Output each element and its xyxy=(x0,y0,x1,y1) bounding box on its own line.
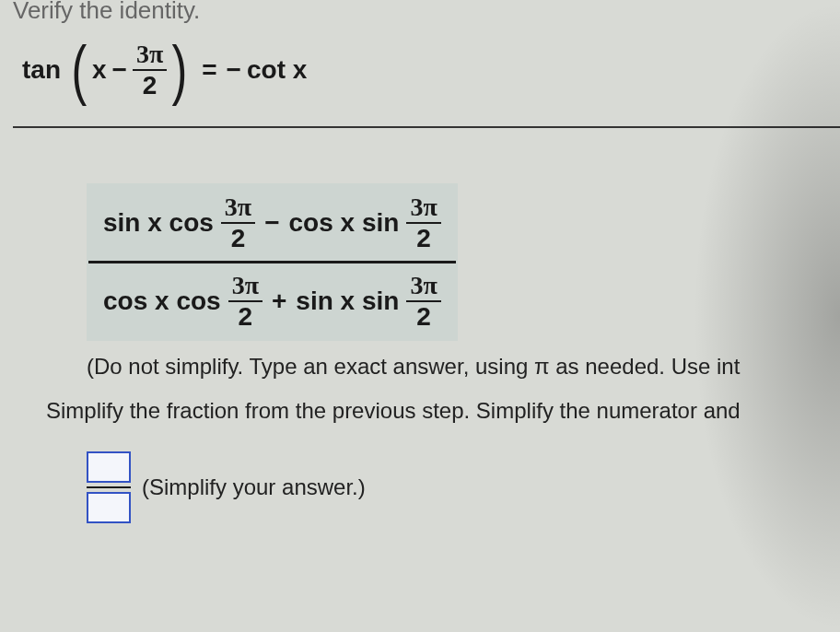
denominator-input[interactable] xyxy=(87,492,131,523)
divider xyxy=(13,126,840,128)
num-frac1: 3π 2 xyxy=(221,194,255,252)
num-term1: sin x cos xyxy=(103,208,214,238)
fraction-numerator: sin x cos 3π 2 − cos x sin 3π 2 xyxy=(88,185,456,261)
answer-bar xyxy=(87,486,131,488)
answer-fraction-input xyxy=(87,451,131,523)
equals-sign: = xyxy=(202,55,216,85)
frac-num: 3π xyxy=(133,41,167,69)
minus-sign: − xyxy=(112,55,127,85)
fraction-denominator: cos x cos 3π 2 + sin x sin 3π 2 xyxy=(88,263,456,339)
var-x: x xyxy=(92,55,107,85)
three-pi-over-two: 3π 2 xyxy=(133,41,167,99)
problem-header: Verify the identity. xyxy=(13,0,840,25)
den-term1: cos x cos xyxy=(103,287,221,316)
left-paren: ( xyxy=(72,50,88,89)
expanded-fraction: sin x cos 3π 2 − cos x sin 3π 2 cos x co… xyxy=(87,183,840,341)
den-frac1: 3π 2 xyxy=(228,273,262,330)
frac-den: 2 xyxy=(139,71,161,99)
den-frac2: 3π 2 xyxy=(406,273,440,330)
right-paren: ) xyxy=(172,50,188,89)
simplify-note: (Do not simplify. Type an exact answer, … xyxy=(87,354,840,380)
tan-label: tan xyxy=(22,55,61,85)
neg-sign: − xyxy=(227,55,241,85)
num-frac2: 3π 2 xyxy=(406,194,440,252)
cot-x: cot x xyxy=(247,55,307,85)
simplify-instruction: Simplify the fraction from the previous … xyxy=(46,398,840,424)
answer-hint: (Simplify your answer.) xyxy=(142,474,366,500)
numerator-input[interactable] xyxy=(87,451,131,483)
den-op: + xyxy=(272,287,286,316)
num-term2: cos x sin xyxy=(289,208,400,238)
num-op: − xyxy=(264,208,279,238)
den-term2: sin x sin xyxy=(296,287,399,316)
answer-row: (Simplify your answer.) xyxy=(87,451,840,523)
identity-equation: tan ( x − 3π 2 ) = − cot x xyxy=(22,41,840,99)
